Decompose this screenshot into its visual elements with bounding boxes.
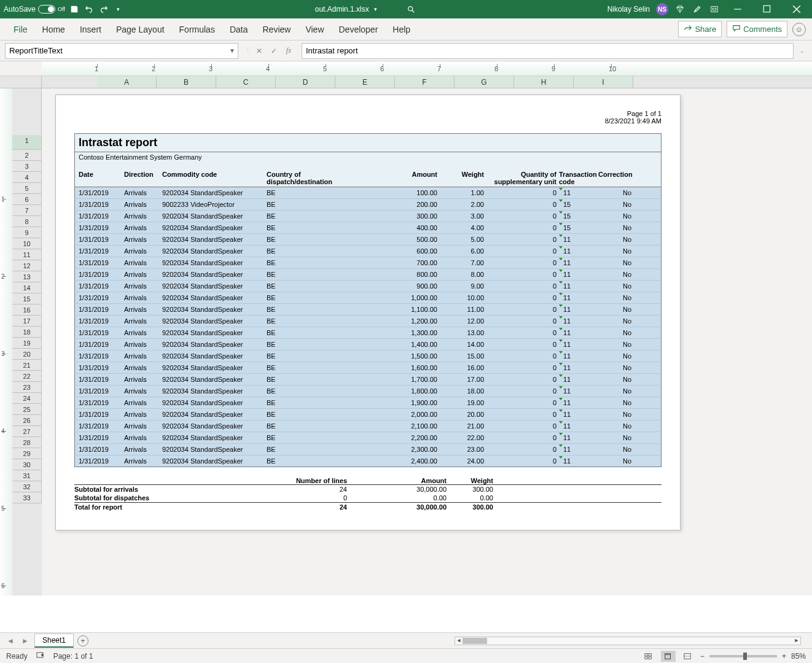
maximize-button[interactable] xyxy=(755,0,779,18)
undo-icon[interactable] xyxy=(84,4,95,15)
brush-icon[interactable] xyxy=(692,4,703,15)
row-header[interactable]: 12 xyxy=(12,260,42,271)
column-header[interactable]: E xyxy=(335,76,395,88)
tab-page-layout[interactable]: Page Layout xyxy=(109,18,172,41)
row-header[interactable]: 6 xyxy=(12,194,42,205)
minimize-button[interactable] xyxy=(726,0,749,18)
tab-file[interactable]: File xyxy=(6,18,35,41)
feedback-smiley-icon[interactable]: ☺ xyxy=(792,23,806,36)
row-header[interactable]: 8 xyxy=(12,216,42,227)
macro-record-icon[interactable] xyxy=(36,651,45,661)
tab-developer[interactable]: Developer xyxy=(332,18,386,41)
close-button[interactable] xyxy=(785,0,808,18)
row-header[interactable]: 14 xyxy=(12,282,42,293)
fx-icon[interactable]: fx xyxy=(282,44,295,58)
zoom-in-button[interactable]: + xyxy=(782,652,786,661)
column-header[interactable]: D xyxy=(276,76,335,88)
scroll-left-icon[interactable]: ◄ xyxy=(455,637,463,645)
next-sheet-icon[interactable]: ► xyxy=(20,637,31,645)
search-icon[interactable] xyxy=(405,4,416,15)
row-header[interactable]: 16 xyxy=(12,304,42,316)
column-header[interactable]: I xyxy=(574,76,633,88)
row-header[interactable]: 30 xyxy=(12,459,42,470)
tab-review[interactable]: Review xyxy=(256,18,299,41)
row-header[interactable]: 22 xyxy=(12,371,42,382)
accept-formula-icon[interactable]: ✓ xyxy=(267,44,281,58)
view-page-break-icon[interactable] xyxy=(681,651,695,662)
table-row[interactable]: 1/31/2019Arrivals9202034 StandardSpeaker… xyxy=(74,386,662,397)
row-header[interactable]: 32 xyxy=(12,481,42,492)
report-title-cell[interactable]: Intrastat report xyxy=(74,133,662,152)
row-header[interactable]: 17 xyxy=(12,316,42,327)
column-header[interactable]: C xyxy=(216,76,276,88)
prev-sheet-icon[interactable]: ◄ xyxy=(5,637,16,645)
row-header[interactable]: 15 xyxy=(12,293,42,304)
table-row[interactable]: 1/31/2019Arrivals9202034 StandardSpeaker… xyxy=(74,327,662,339)
title-dropdown-icon[interactable]: ▾ xyxy=(374,6,377,12)
row-header[interactable]: 24 xyxy=(12,393,42,404)
row-header[interactable]: 5 xyxy=(12,183,42,194)
row-header[interactable]: 19 xyxy=(12,338,42,349)
zoom-out-button[interactable]: − xyxy=(700,652,705,661)
scroll-thumb[interactable] xyxy=(463,638,487,644)
table-row[interactable]: 1/31/2019Arrivals9202034 StandardSpeaker… xyxy=(74,316,662,327)
tab-insert[interactable]: Insert xyxy=(72,18,109,41)
table-row[interactable]: 1/31/2019Arrivals9202034 StandardSpeaker… xyxy=(74,421,662,432)
row-header[interactable]: 26 xyxy=(12,415,42,426)
select-all-corner[interactable] xyxy=(0,76,42,88)
column-header[interactable]: H xyxy=(514,76,574,88)
table-row[interactable]: 1/31/2019Arrivals9002233 VideoProjectorB… xyxy=(74,199,662,211)
row-header[interactable]: 3 xyxy=(12,161,42,172)
table-row[interactable]: 1/31/2019Arrivals9202034 StandardSpeaker… xyxy=(74,292,662,304)
row-header[interactable]: 10 xyxy=(12,238,42,249)
row-header[interactable]: 23 xyxy=(12,382,42,393)
table-row[interactable]: 1/31/2019Arrivals9202034 StandardSpeaker… xyxy=(74,397,662,409)
row-header[interactable]: 9 xyxy=(12,227,42,238)
formula-expand-icon[interactable]: ⌄ xyxy=(797,48,807,54)
sheet-tab-sheet1[interactable]: Sheet1 xyxy=(34,634,74,648)
column-header[interactable]: F xyxy=(395,76,455,88)
row-header[interactable]: 4 xyxy=(12,172,42,183)
row-header[interactable]: 13 xyxy=(12,271,42,282)
diamond-icon[interactable] xyxy=(674,4,685,15)
table-row[interactable]: 1/31/2019Arrivals9202034 StandardSpeaker… xyxy=(74,257,662,269)
table-row[interactable]: 1/31/2019Arrivals9202034 StandardSpeaker… xyxy=(74,281,662,292)
table-row[interactable]: 1/31/2019Arrivals9202034 StandardSpeaker… xyxy=(74,234,662,246)
chevron-down-icon[interactable]: ▼ xyxy=(229,47,235,54)
table-row[interactable]: 1/31/2019Arrivals9202034 StandardSpeaker… xyxy=(74,339,662,351)
user-avatar[interactable]: NS xyxy=(656,3,668,15)
cancel-formula-icon[interactable]: ✕ xyxy=(252,44,266,58)
window-mode-icon[interactable] xyxy=(709,4,720,15)
tab-data[interactable]: Data xyxy=(222,18,256,41)
scroll-right-icon[interactable]: ► xyxy=(793,637,800,645)
view-normal-icon[interactable] xyxy=(641,651,656,662)
table-row[interactable]: 1/31/2019Arrivals9202034 StandardSpeaker… xyxy=(74,374,662,386)
tab-home[interactable]: Home xyxy=(35,18,72,41)
autosave-toggle[interactable]: AutoSave Off xyxy=(4,5,65,14)
table-row[interactable]: 1/31/2019Arrivals9202034 StandardSpeaker… xyxy=(74,187,662,199)
row-header[interactable]: 2 xyxy=(12,150,42,161)
horizontal-scrollbar[interactable]: ◄ ► xyxy=(455,637,801,645)
tab-view[interactable]: View xyxy=(298,18,331,41)
table-row[interactable]: 1/31/2019Arrivals9202034 StandardSpeaker… xyxy=(74,362,662,374)
row-header[interactable]: 25 xyxy=(12,404,42,415)
name-box[interactable]: ReportTitleText ▼ xyxy=(5,43,238,59)
row-header[interactable]: 1 xyxy=(12,135,42,150)
row-header[interactable]: 33 xyxy=(12,492,42,503)
row-header[interactable]: 20 xyxy=(12,349,42,360)
table-row[interactable]: 1/31/2019Arrivals9202034 StandardSpeaker… xyxy=(74,222,662,234)
table-row[interactable]: 1/31/2019Arrivals9202034 StandardSpeaker… xyxy=(74,444,662,456)
row-header[interactable]: 7 xyxy=(12,205,42,216)
view-page-layout-icon[interactable] xyxy=(661,651,676,662)
formula-input[interactable]: Intrastat report xyxy=(302,43,794,59)
share-button[interactable]: Share xyxy=(678,21,722,37)
comments-button[interactable]: Comments xyxy=(727,21,787,37)
zoom-slider[interactable] xyxy=(709,655,777,657)
row-header[interactable]: 27 xyxy=(12,426,42,437)
report-subtitle[interactable]: Contoso Entertainment System Germany xyxy=(74,152,662,162)
add-sheet-button[interactable]: + xyxy=(77,635,88,646)
redo-icon[interactable] xyxy=(98,4,109,15)
table-row[interactable]: 1/31/2019Arrivals9202034 StandardSpeaker… xyxy=(74,432,662,444)
row-header[interactable]: 11 xyxy=(12,249,42,260)
tab-help[interactable]: Help xyxy=(385,18,418,41)
